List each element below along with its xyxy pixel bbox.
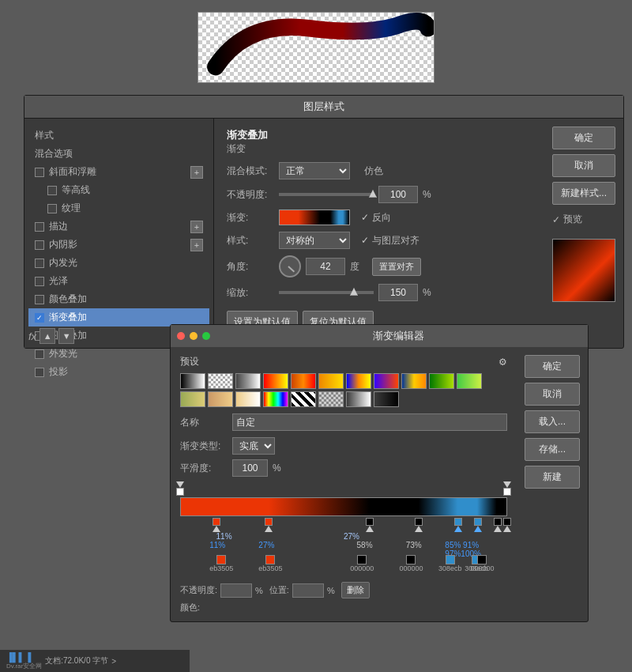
gradient-overlay-checkbox[interactable]: ✓ [35,313,44,323]
scale-unit: % [423,287,431,298]
preset-6[interactable] [318,373,344,389]
color-stop-85[interactable] [454,518,462,532]
cancel-btn[interactable]: 取消 [552,154,615,177]
gradient-preview[interactable] [279,210,350,225]
fx-label: fx [28,330,36,342]
outer-glow-checkbox[interactable] [35,349,44,359]
preset-11[interactable] [457,373,482,389]
sidebar-item-satin[interactable]: 光泽 [28,272,209,290]
opacity-slider[interactable] [279,193,374,196]
color-stop-91[interactable] [474,518,482,532]
inner-shadow-checkbox[interactable] [35,240,44,250]
dialog-load-btn[interactable]: 载入... [525,410,580,433]
preset-5[interactable] [291,373,316,389]
preset-17[interactable] [318,391,344,407]
pct-58: 58% [357,541,373,549]
inner-glow-checkbox[interactable] [35,259,44,268]
color-overlay-checkbox[interactable] [35,295,44,304]
sidebar-item-inner-glow[interactable]: 内发光 [28,254,209,272]
opacity-input[interactable] [378,186,418,203]
opacity-group: 不透明度: % [180,583,263,598]
preset-10[interactable] [429,373,454,389]
scale-slider[interactable] [279,291,374,294]
preset-14[interactable] [235,391,261,407]
stroke-checkbox[interactable] [35,222,44,232]
position-input[interactable] [292,583,324,598]
new-style-btn[interactable]: 新建样式... [552,182,615,205]
angle-input[interactable] [306,258,345,275]
color-stop-97[interactable] [494,518,502,532]
add-style-btn[interactable]: ▲ [40,328,55,344]
satin-checkbox[interactable] [35,277,44,286]
inner-shadow-add-btn[interactable]: + [190,239,203,251]
preset-8[interactable] [374,373,399,389]
smoothness-input[interactable] [232,459,268,477]
name-input[interactable] [232,413,507,431]
preset-15[interactable] [263,391,288,407]
sidebar-item-color-overlay[interactable]: 颜色叠加 [28,290,209,308]
color-stop-58[interactable] [366,518,374,532]
opacity-stop-left[interactable] [176,481,184,496]
style-label: 样式: [227,234,274,247]
sidebar-item-bevel[interactable]: 斜面和浮雕 + [28,163,209,181]
angle-indicator [288,266,295,272]
dialog-save-btn[interactable]: 存储... [525,438,580,461]
texture-checkbox[interactable] [47,204,57,213]
sidebar-item-contour[interactable]: 等高线 [28,181,209,199]
ok-btn[interactable]: 确定 [552,126,615,149]
dialog-new-btn[interactable]: 新建 [525,466,580,489]
align-checkbox[interactable]: ✓ [361,235,369,246]
dialog-cancel-btn[interactable]: 取消 [525,383,580,406]
maximize-btn[interactable] [202,332,210,340]
blend-mode-select[interactable]: 正常 [279,162,350,179]
swatch-85: 308ecb [438,555,462,572]
close-btn[interactable] [177,332,185,340]
preview-checkbox[interactable]: ✓ [552,214,560,225]
color-stop-11[interactable] [213,518,220,532]
color-stop-100[interactable] [503,518,511,532]
color-stop-73[interactable] [415,518,423,532]
preset-4[interactable] [263,373,288,389]
contour-checkbox[interactable] [47,186,57,195]
preset-1[interactable] [180,373,205,389]
opacity-field-label: 不透明度: [180,584,217,596]
color-stop-27[interactable] [265,518,273,532]
opacity-field-input[interactable] [220,583,252,598]
dialog-ok-btn[interactable]: 确定 [525,355,580,378]
bevel-checkbox[interactable] [35,168,44,177]
remove-style-btn[interactable]: ▼ [58,328,74,344]
gradient-row: 渐变: ✓ 反向 [227,210,532,225]
sidebar-item-stroke[interactable]: 描边 + [28,217,209,236]
sidebar-item-blend[interactable]: 混合选项 [28,145,209,163]
gradient-bar[interactable] [180,497,507,516]
stroke-add-btn[interactable]: + [190,221,203,233]
style-select[interactable]: 对称的 [279,232,350,249]
sidebar-item-inner-shadow[interactable]: 内阴影 + [28,236,209,254]
status-arrow[interactable]: > [111,657,116,666]
preview-checkbox-row: ✓ 预览 [552,213,615,226]
opacity-stop-right[interactable] [503,481,511,496]
angle-dial[interactable] [279,255,301,277]
preset-3[interactable] [235,373,261,389]
preset-13[interactable] [208,391,233,407]
reset-align-btn[interactable]: 置置对齐 [372,258,421,276]
preset-12[interactable] [180,391,205,407]
delete-stop-btn[interactable]: 删除 [341,582,370,598]
preset-18[interactable] [346,391,371,407]
drop-shadow-checkbox[interactable] [35,368,44,377]
blend-mode-label: 混合模式: [227,164,274,178]
preset-9[interactable] [401,373,427,389]
preset-16[interactable] [291,391,316,407]
scale-input[interactable] [378,284,418,301]
sidebar-item-texture[interactable]: 纹理 [28,199,209,217]
sidebar-item-style[interactable]: 样式 [28,126,209,145]
preset-7[interactable] [346,373,371,389]
bevel-add-btn[interactable]: + [190,166,203,179]
reverse-checkbox[interactable]: ✓ [361,212,369,223]
minimize-btn[interactable] [190,332,198,340]
preset-grid [180,373,507,407]
preset-19[interactable] [374,391,399,407]
preset-2[interactable] [208,373,233,389]
gradient-type-select[interactable]: 实底 [232,437,275,455]
pct-27: 27% [258,541,274,549]
